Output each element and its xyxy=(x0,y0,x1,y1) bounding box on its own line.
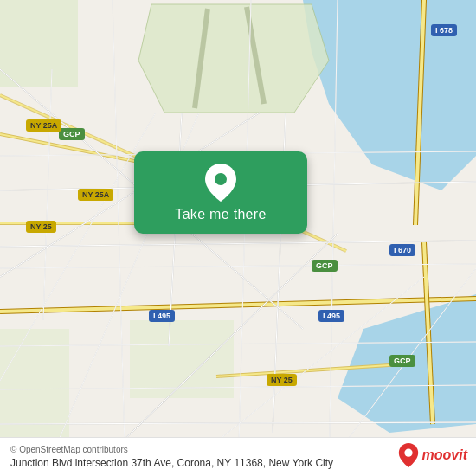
card-button-label[interactable]: Take me there xyxy=(175,207,266,222)
bottom-bar: © OpenStreetMap contributors Junction Bl… xyxy=(0,437,476,476)
badge-i678-top: I 678 xyxy=(431,24,457,36)
badge-ny25a-ml: NY 25A xyxy=(78,189,113,201)
osm-credit-text: © OpenStreetMap contributors xyxy=(10,445,128,454)
svg-point-59 xyxy=(215,173,227,185)
map-roads-svg xyxy=(0,0,476,476)
airport-area xyxy=(138,4,329,113)
svg-rect-2 xyxy=(0,0,78,87)
card-overlay[interactable]: Take me there xyxy=(134,151,307,234)
badge-gcp-tl: GCP xyxy=(59,128,85,140)
badge-gcp-mr: GCP xyxy=(312,260,338,272)
moovit-pin-icon xyxy=(398,443,419,467)
moovit-brand-text: moovit xyxy=(422,447,467,463)
svg-point-60 xyxy=(404,449,412,457)
map-container: GCP GCP GCP NY 25A NY 25A NY 25 NY 25 I … xyxy=(0,0,476,476)
svg-rect-4 xyxy=(130,320,234,398)
svg-line-14 xyxy=(0,299,476,312)
badge-i670-bottom: I 670 xyxy=(389,244,415,256)
location-pin-icon xyxy=(205,164,236,202)
svg-line-38 xyxy=(0,264,476,268)
badge-i495-right: I 495 xyxy=(318,310,344,322)
badge-ny25-bottom: NY 25 xyxy=(267,374,297,386)
badge-ny25-left: NY 25 xyxy=(26,221,56,233)
badge-gcp-br: GCP xyxy=(389,355,415,367)
badge-i495-left: I 495 xyxy=(149,310,175,322)
svg-line-20 xyxy=(113,0,125,476)
badge-ny25a-tl: NY 25A xyxy=(26,119,61,132)
moovit-logo: moovit xyxy=(398,443,467,467)
